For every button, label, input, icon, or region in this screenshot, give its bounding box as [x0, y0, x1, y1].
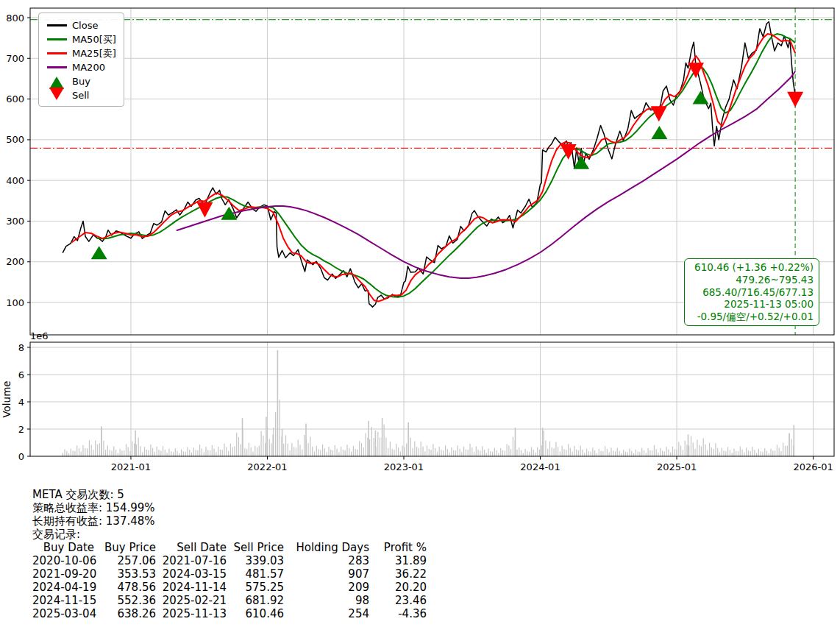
legend-item-label: MA200 [72, 62, 105, 73]
sell-triangle-icon [49, 88, 64, 100]
trade-table-cell: Buy Date [32, 541, 94, 554]
trade-table-cell: 2021-09-20 [32, 567, 94, 581]
trade-table-cell: 2025-02-21 [156, 594, 227, 607]
trade-table-cell: 2025-11-13 [156, 607, 227, 620]
trade-table-cell: 481.57 [227, 567, 284, 581]
tick-label: 2024-01 [520, 461, 560, 472]
trade-table-cell: 353.53 [94, 567, 156, 581]
legend-line-swatch [47, 52, 67, 54]
annotation-line: 2025-11-13 05:00 [690, 298, 814, 311]
axis-ticks-and-labels: 100200300400500600700800024682021-012022… [1, 13, 833, 473]
trade-table-cell: 36.22 [369, 567, 427, 581]
trade-table-cell: 478.56 [94, 581, 156, 594]
tick-label: 0 [18, 451, 24, 462]
legend-swatch [46, 52, 68, 54]
tick-label: 2025-01 [657, 461, 697, 472]
legend-item-label: MA25[卖] [72, 47, 116, 60]
trade-table-cell: 339.03 [227, 554, 284, 567]
summary-trades-count: META 交易次数: 5 [32, 488, 427, 501]
trade-table-cell: 209 [284, 581, 369, 594]
trade-table-cell: 552.36 [94, 594, 156, 607]
trade-table-cell: 610.46 [227, 607, 284, 620]
trade-table-cell: Holding Days [284, 541, 369, 554]
legend-swatch [46, 77, 68, 86]
buy-marker [693, 91, 709, 104]
trade-table-cell: 31.89 [369, 554, 427, 567]
trade-table-cell: 98 [284, 594, 369, 607]
trade-table-cell: 20.20 [369, 581, 427, 594]
tick-label: 2 [18, 424, 24, 435]
trade-table-cell: 681.92 [227, 594, 284, 607]
trade-table-cell: 638.26 [94, 607, 156, 620]
legend-swatch [46, 91, 68, 100]
legend-item-label: Buy [72, 76, 90, 87]
legend-item: MA200 [46, 60, 116, 74]
legend-item: Sell [46, 88, 116, 102]
trade-table-cell: 254 [284, 607, 369, 620]
tick-label: 200 [6, 256, 24, 267]
trade-table-cell: 575.25 [227, 581, 284, 594]
trade-table-cell: 23.46 [369, 594, 427, 607]
tick-label: 100 [6, 297, 24, 308]
trade-table-cell: 907 [284, 567, 369, 581]
trade-table-cell: 283 [284, 554, 369, 567]
tick-label: 8 [18, 342, 24, 353]
legend-item-label: Close [72, 20, 98, 31]
legend-item: MA50[买] [46, 32, 116, 46]
trade-table: Buy DateBuy PriceSell DateSell PriceHold… [32, 541, 427, 620]
trade-table-cell: 257.06 [94, 554, 156, 567]
trade-table-cell: 2020-10-06 [32, 554, 94, 567]
annotation-line: 610.46 (+1.36 +0.22%) [690, 261, 814, 274]
tick-label: 600 [6, 93, 24, 104]
axis-offset-label: 1e6 [30, 330, 49, 341]
trade-markers [91, 63, 803, 259]
tick-label: 500 [6, 134, 24, 145]
legend-item-label: MA50[买] [72, 33, 116, 46]
legend-line-swatch [47, 66, 67, 68]
annotation-line: 479.26~795.43 [690, 274, 814, 286]
tick-label: 2021-01 [111, 461, 151, 472]
trade-table-cell: Sell Date [156, 541, 227, 554]
legend-item: Close [46, 18, 116, 32]
tick-label: 700 [6, 53, 24, 64]
trade-table-cell: 2024-11-14 [156, 581, 227, 594]
trade-table-cell: Sell Price [227, 541, 284, 554]
summary-records-label: 交易记录: [32, 528, 427, 541]
tick-label: 2026-01 [793, 461, 833, 472]
sell-marker [196, 202, 213, 218]
annotation-line: 685.40/716.45/677.13 [690, 286, 814, 299]
annotation-line: -0.95/偏空/+0.52/+0.01 [690, 311, 814, 323]
trade-table-cell: 2021-07-16 [156, 554, 227, 567]
trade-table-cell: -4.36 [369, 607, 427, 620]
sell-marker [787, 92, 803, 107]
legend-item: Buy [46, 74, 116, 88]
legend-line-swatch [47, 24, 67, 26]
trade-table-cell: 2024-03-15 [156, 567, 227, 581]
summary-strategy-return: 策略总收益率: 154.99% [32, 501, 427, 514]
volume-bars [63, 350, 795, 456]
legend-swatch [46, 38, 68, 40]
strategy-summary: META 交易次数: 5 策略总收益率: 154.99% 长期持有收益: 137… [32, 488, 427, 620]
trade-table-cell: Profit % [369, 541, 427, 554]
tick-label: 4 [18, 397, 24, 408]
legend-item-label: Sell [72, 90, 89, 101]
tick-label: 6 [18, 369, 24, 380]
price-volume-chart: 100200300400500600700800024682021-012022… [0, 0, 840, 486]
legend: CloseMA50[买]MA25[卖]MA200BuySell [38, 13, 124, 107]
trade-table-cell: 2024-11-15 [32, 594, 94, 607]
legend-swatch [46, 24, 68, 26]
volume-axis-label: Volume [1, 380, 13, 417]
trade-table-cell: 2025-03-04 [32, 607, 94, 620]
tick-label: 2022-01 [247, 461, 287, 472]
last-quote-annotation-box: 610.46 (+1.36 +0.22%)479.26~795.43685.40… [684, 258, 819, 326]
buy-marker [91, 246, 107, 259]
trade-table-cell: 2024-04-19 [32, 581, 94, 594]
tick-label: 2023-01 [384, 461, 424, 472]
tick-label: 400 [6, 175, 24, 186]
legend-swatch [46, 66, 68, 68]
trade-table-cell: Buy Price [94, 541, 156, 554]
tick-label: 300 [6, 216, 24, 227]
tick-label: 800 [6, 13, 24, 24]
legend-line-swatch [47, 38, 67, 40]
summary-hold-return: 长期持有收益: 137.48% [32, 514, 427, 528]
